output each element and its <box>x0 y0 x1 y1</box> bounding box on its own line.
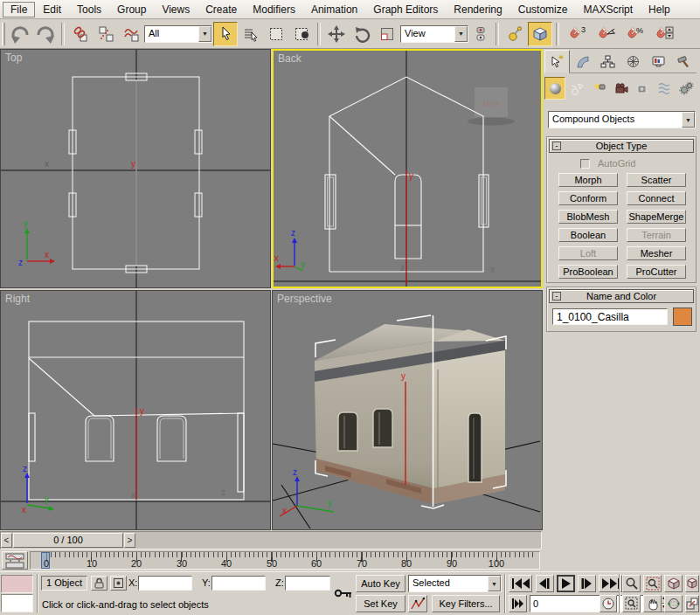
category-space-warps[interactable] <box>654 77 675 100</box>
menu-group[interactable]: Group <box>109 2 154 17</box>
key-mode-toggle-button[interactable] <box>509 595 527 612</box>
x-coordinate-field[interactable] <box>138 576 192 591</box>
category-helpers[interactable] <box>632 77 653 100</box>
reference-coordinate-system-dropdown[interactable]: View ▼ <box>400 25 468 43</box>
absolute-offset-toggle[interactable] <box>110 576 127 591</box>
previous-frame-arrow[interactable]: < <box>1 533 12 548</box>
selection-filter-dropdown[interactable]: All ▼ <box>144 25 212 43</box>
select-and-rotate-button[interactable] <box>350 22 374 46</box>
viewport-perspective-label[interactable]: Perspective <box>277 293 332 305</box>
menu-help[interactable]: Help <box>641 2 678 17</box>
undo-button[interactable] <box>8 22 32 46</box>
current-frame-field[interactable] <box>530 595 661 612</box>
menu-views[interactable]: Views <box>154 2 198 17</box>
autogrid-checkbox[interactable] <box>580 159 590 169</box>
tab-utilities[interactable] <box>671 50 697 73</box>
rectangular-selection-region-button[interactable] <box>264 22 288 46</box>
play-animation-button[interactable] <box>557 575 575 592</box>
viewport-right-label[interactable]: Right <box>5 293 30 305</box>
window-crossing-toggle-button[interactable] <box>289 22 314 46</box>
select-by-name-button[interactable] <box>239 22 263 46</box>
snap-3d-toggle-button[interactable]: 3 <box>563 22 591 46</box>
menu-modifiers[interactable]: Modifiers <box>245 2 303 17</box>
tab-create[interactable] <box>544 50 570 73</box>
set-keys-button[interactable] <box>334 574 353 612</box>
redo-button[interactable] <box>33 22 58 46</box>
viewport-perspective[interactable]: Perspective <box>272 290 543 530</box>
viewport-right[interactable]: Right y x z <box>0 290 271 530</box>
pan-view-button[interactable] <box>643 595 662 612</box>
chevron-down-icon[interactable]: ▼ <box>488 576 501 591</box>
key-filter-dropdown[interactable]: Selected ▼ <box>408 575 502 592</box>
select-and-manipulate-button[interactable] <box>502 22 527 46</box>
zoom-button[interactable] <box>622 575 641 592</box>
default-tangent-button[interactable] <box>408 595 427 612</box>
set-key-button[interactable]: Set Key <box>356 595 405 612</box>
viewport-back-label[interactable]: Back <box>278 52 301 65</box>
menu-customize[interactable]: Customize <box>510 2 576 17</box>
selection-lock-toggle[interactable] <box>91 576 107 591</box>
snaps-toggle-button[interactable] <box>528 22 552 46</box>
auto-key-button[interactable]: Auto Key <box>356 575 405 592</box>
unlink-selection-button[interactable] <box>94 22 118 46</box>
connect-button[interactable]: Connect <box>627 191 686 205</box>
tab-motion[interactable] <box>620 50 646 73</box>
select-and-scale-button[interactable] <box>375 22 399 46</box>
spinner-snap-toggle-button[interactable] <box>649 22 677 46</box>
time-slider-handle[interactable]: 0 / 100 <box>13 533 123 548</box>
chevron-down-icon[interactable]: ▼ <box>682 112 695 128</box>
mesher-button[interactable]: Mesher <box>627 246 686 260</box>
track-bar-ruler[interactable]: 0 10 20 30 40 50 60 70 80 90 100 <box>30 551 540 570</box>
blobmesh-button[interactable]: BlobMesh <box>558 210 618 224</box>
proboolean-button[interactable]: ProBoolean <box>558 265 618 279</box>
zoom-extents-button[interactable] <box>664 575 683 592</box>
zoom-extents-all-button[interactable] <box>685 575 699 592</box>
time-configuration-button[interactable] <box>600 595 617 612</box>
zoom-all-button[interactable] <box>643 575 662 592</box>
key-filters-button[interactable]: Key Filters... <box>432 595 500 612</box>
go-to-start-button[interactable] <box>509 575 532 592</box>
menu-create[interactable]: Create <box>198 2 245 17</box>
boolean-button[interactable]: Boolean <box>558 228 618 242</box>
viewport-top[interactable]: Top x y y <box>0 49 271 288</box>
object-type-rollout-header[interactable]: - Object Type <box>549 139 694 153</box>
house-model[interactable] <box>315 324 505 504</box>
use-pivot-point-center-button[interactable] <box>469 22 492 46</box>
toolbar-grip[interactable] <box>2 23 5 45</box>
viewport-top-label[interactable]: Top <box>5 52 22 64</box>
time-slider[interactable]: < 0 / 100 > <box>0 531 542 549</box>
name-color-rollout-header[interactable]: - Name and Color <box>549 289 694 303</box>
menu-edit[interactable]: Edit <box>35 2 69 17</box>
y-coordinate-field[interactable] <box>211 576 266 591</box>
menu-rendering[interactable]: Rendering <box>446 2 509 17</box>
morph-button[interactable]: Morph <box>558 173 618 187</box>
region-zoom-button[interactable] <box>622 595 641 612</box>
menu-graph-editors[interactable]: Graph Editors <box>365 2 446 17</box>
chevron-down-icon[interactable]: ▼ <box>198 26 211 42</box>
select-and-link-button[interactable] <box>68 22 93 46</box>
arc-rotate-button[interactable] <box>664 595 683 612</box>
tab-hierarchy[interactable] <box>595 50 620 73</box>
maxscript-mini-listener-macro[interactable] <box>1 575 33 593</box>
menu-animation[interactable]: Animation <box>303 2 365 17</box>
next-frame-button[interactable] <box>578 575 596 592</box>
menu-file[interactable]: File <box>3 2 35 17</box>
collapse-icon[interactable]: - <box>552 292 561 301</box>
category-shapes[interactable] <box>566 77 587 100</box>
select-and-move-button[interactable] <box>324 22 349 46</box>
chevron-down-icon[interactable]: ▼ <box>454 26 468 42</box>
shapemerge-button[interactable]: ShapeMerge <box>627 210 686 224</box>
bind-to-space-warp-button[interactable] <box>119 22 143 46</box>
menu-maxscript[interactable]: MAXScript <box>575 2 641 17</box>
previous-frame-button[interactable] <box>536 575 554 592</box>
collapse-icon[interactable]: - <box>552 142 561 150</box>
object-color-swatch[interactable] <box>673 308 692 326</box>
category-cameras[interactable] <box>610 77 631 100</box>
maximize-viewport-toggle[interactable] <box>685 595 699 612</box>
maxscript-mini-listener[interactable] <box>1 594 33 612</box>
object-name-field[interactable] <box>552 308 668 325</box>
menu-tools[interactable]: Tools <box>69 2 109 17</box>
tab-display[interactable] <box>646 50 671 73</box>
conform-button[interactable]: Conform <box>558 191 618 205</box>
tab-modify[interactable] <box>570 50 595 73</box>
